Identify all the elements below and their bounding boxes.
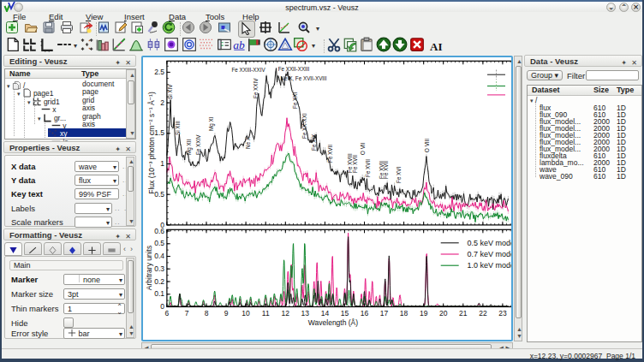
svg-text:8: 8 xyxy=(205,309,209,317)
svg-text:Arbitrary units: Arbitrary units xyxy=(145,246,153,290)
svg-text:Ne X, Fe XVII-XVIII: Ne X, Fe XVII-XVIII xyxy=(280,75,326,81)
svg-text:Fe XVII: Fe XVII xyxy=(365,159,371,177)
svg-text:Ne X: Ne X xyxy=(245,136,251,149)
svg-text:13: 13 xyxy=(301,309,310,317)
svg-text:Fe XXII-XXIII: Fe XXII-XXIII xyxy=(278,66,310,72)
svg-text:Si XIII: Si XIII xyxy=(175,121,181,135)
svg-text:7: 7 xyxy=(185,309,189,317)
svg-text:Mg XI: Mg XI xyxy=(208,116,215,131)
svg-text:0.5 keV mode: 0.5 keV mode xyxy=(468,239,512,247)
svg-text:0.4: 0.4 xyxy=(154,252,164,260)
svg-text:0.3: 0.3 xyxy=(154,264,164,273)
svg-text:14: 14 xyxy=(321,309,330,317)
svg-text:Fe XIX: Fe XIX xyxy=(311,134,317,151)
svg-text:15: 15 xyxy=(341,309,349,317)
svg-text:2.5: 2.5 xyxy=(154,68,164,76)
svg-text:17: 17 xyxy=(380,309,389,317)
svg-text:Si XIV: Si XIV xyxy=(167,84,173,99)
svg-text:O VIII: O VIII xyxy=(424,139,430,152)
svg-text:Fe XXIV: Fe XXIV xyxy=(195,134,201,155)
svg-text:22: 22 xyxy=(479,309,487,317)
svg-text:20: 20 xyxy=(439,309,448,317)
svg-text:Flux (10⁻³ photon cm⁻² s⁻¹ Å⁻¹: Flux (10⁻³ photon cm⁻² s⁻¹ Å⁻¹) xyxy=(147,92,156,194)
svg-text:O VII: O VII xyxy=(360,142,366,155)
svg-text:1.0 keV mode: 1.0 keV mode xyxy=(468,261,512,270)
svg-text:Fe XVI: Fe XVI xyxy=(396,167,402,183)
svg-text:23: 23 xyxy=(498,309,507,317)
svg-text:16: 16 xyxy=(361,309,369,317)
svg-text:0.5: 0.5 xyxy=(154,239,164,247)
svg-text:10: 10 xyxy=(242,309,250,317)
svg-text:0.2: 0.2 xyxy=(154,277,164,286)
svg-text:11: 11 xyxy=(262,309,270,317)
svg-text:Mg XII: Mg XII xyxy=(186,139,193,155)
svg-text:Fe XVII: Fe XVII xyxy=(352,155,358,173)
svg-text:6: 6 xyxy=(165,309,170,317)
svg-text:18: 18 xyxy=(400,309,408,317)
svg-text:Fe XVII: Fe XVII xyxy=(327,145,333,163)
svg-text:0.7 keV mode: 0.7 keV mode xyxy=(468,250,512,258)
svg-text:12: 12 xyxy=(282,309,290,317)
svg-text:9: 9 xyxy=(224,309,229,317)
svg-text:Fe XVII: Fe XVII xyxy=(383,161,389,179)
svg-text:Fe XXI: Fe XXI xyxy=(292,92,298,109)
svg-text:Fe XXIII-XXIV: Fe XXIII-XXIV xyxy=(231,67,265,73)
svg-text:2: 2 xyxy=(160,98,164,107)
svg-text:Wavelength (Å): Wavelength (Å) xyxy=(308,318,358,327)
svg-text:ab: ab xyxy=(233,39,245,51)
svg-text:0.6: 0.6 xyxy=(154,227,164,235)
svg-text:0.1: 0.1 xyxy=(154,289,164,298)
svg-text:19: 19 xyxy=(420,309,428,317)
svg-text:Fe XXIV: Fe XXIV xyxy=(253,78,259,98)
svg-text:1: 1 xyxy=(160,159,164,168)
svg-text:21: 21 xyxy=(459,309,468,317)
svg-text:Fe XX-XXI: Fe XX-XXI xyxy=(301,113,307,139)
svg-text:0: 0 xyxy=(160,302,164,311)
